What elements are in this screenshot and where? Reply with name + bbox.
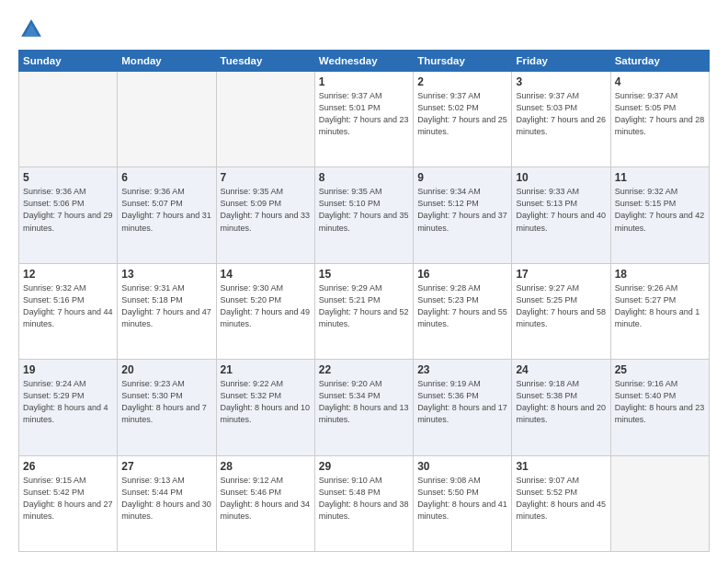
day-info: Sunrise: 9:27 AMSunset: 5:25 PMDaylight:… <box>516 282 606 330</box>
day-info: Sunrise: 9:18 AMSunset: 5:38 PMDaylight:… <box>516 378 606 426</box>
calendar-cell: 23Sunrise: 9:19 AMSunset: 5:36 PMDayligh… <box>414 360 512 455</box>
day-header-monday: Monday <box>118 51 216 72</box>
calendar-cell: 25Sunrise: 9:16 AMSunset: 5:40 PMDayligh… <box>610 360 709 455</box>
day-number: 12 <box>23 268 113 281</box>
calendar-cell <box>19 72 118 167</box>
day-number: 15 <box>319 268 409 281</box>
calendar-cell: 11Sunrise: 9:32 AMSunset: 5:15 PMDayligh… <box>610 167 709 263</box>
day-number: 8 <box>319 171 409 184</box>
calendar-cell: 26Sunrise: 9:15 AMSunset: 5:42 PMDayligh… <box>19 455 118 551</box>
day-header-thursday: Thursday <box>414 51 512 72</box>
calendar-cell: 28Sunrise: 9:12 AMSunset: 5:46 PMDayligh… <box>216 455 314 551</box>
calendar-cell: 18Sunrise: 9:26 AMSunset: 5:27 PMDayligh… <box>610 263 709 359</box>
calendar-cell: 14Sunrise: 9:30 AMSunset: 5:20 PMDayligh… <box>216 263 314 359</box>
day-info: Sunrise: 9:36 AMSunset: 5:06 PMDaylight:… <box>23 186 113 234</box>
day-info: Sunrise: 9:31 AMSunset: 5:18 PMDaylight:… <box>121 282 211 330</box>
day-number: 6 <box>121 171 211 184</box>
day-info: Sunrise: 9:10 AMSunset: 5:48 PMDaylight:… <box>319 475 409 523</box>
calendar-cell <box>610 455 709 551</box>
day-info: Sunrise: 9:36 AMSunset: 5:07 PMDaylight:… <box>121 186 211 234</box>
page: SundayMondayTuesdayWednesdayThursdayFrid… <box>0 0 728 563</box>
calendar-cell: 13Sunrise: 9:31 AMSunset: 5:18 PMDayligh… <box>118 263 216 359</box>
day-number: 24 <box>516 363 606 376</box>
calendar-cell: 7Sunrise: 9:35 AMSunset: 5:09 PMDaylight… <box>216 167 314 263</box>
day-info: Sunrise: 9:13 AMSunset: 5:44 PMDaylight:… <box>121 475 211 523</box>
calendar-cell: 3Sunrise: 9:37 AMSunset: 5:03 PMDaylight… <box>512 72 610 167</box>
calendar-cell: 9Sunrise: 9:34 AMSunset: 5:12 PMDaylight… <box>414 167 512 263</box>
day-number: 17 <box>516 268 606 281</box>
day-number: 4 <box>615 75 705 88</box>
day-info: Sunrise: 9:32 AMSunset: 5:15 PMDaylight:… <box>615 186 705 234</box>
day-number: 9 <box>417 171 507 184</box>
calendar-cell: 20Sunrise: 9:23 AMSunset: 5:30 PMDayligh… <box>118 360 216 455</box>
calendar-cell <box>216 72 314 167</box>
calendar-cell: 2Sunrise: 9:37 AMSunset: 5:02 PMDaylight… <box>414 72 512 167</box>
day-number: 25 <box>615 363 705 376</box>
calendar-cell: 12Sunrise: 9:32 AMSunset: 5:16 PMDayligh… <box>19 263 118 359</box>
day-info: Sunrise: 9:35 AMSunset: 5:10 PMDaylight:… <box>319 186 409 234</box>
calendar-cell <box>118 72 216 167</box>
day-number: 22 <box>319 363 409 376</box>
day-info: Sunrise: 9:08 AMSunset: 5:50 PMDaylight:… <box>417 475 507 523</box>
calendar-cell: 31Sunrise: 9:07 AMSunset: 5:52 PMDayligh… <box>512 455 610 551</box>
day-info: Sunrise: 9:20 AMSunset: 5:34 PMDaylight:… <box>319 378 409 426</box>
top-section <box>18 17 710 42</box>
logo-icon <box>18 17 44 42</box>
day-info: Sunrise: 9:35 AMSunset: 5:09 PMDaylight:… <box>221 186 311 234</box>
day-header-tuesday: Tuesday <box>216 51 314 72</box>
calendar-cell: 29Sunrise: 9:10 AMSunset: 5:48 PMDayligh… <box>314 455 413 551</box>
day-number: 2 <box>417 75 507 88</box>
day-number: 29 <box>319 460 409 473</box>
day-info: Sunrise: 9:37 AMSunset: 5:02 PMDaylight:… <box>417 90 507 138</box>
week-row-5: 26Sunrise: 9:15 AMSunset: 5:42 PMDayligh… <box>19 455 710 551</box>
day-number: 27 <box>121 460 211 473</box>
day-number: 28 <box>221 460 311 473</box>
calendar-cell: 17Sunrise: 9:27 AMSunset: 5:25 PMDayligh… <box>512 263 610 359</box>
day-header-saturday: Saturday <box>610 51 709 72</box>
day-number: 10 <box>516 171 606 184</box>
day-number: 1 <box>319 75 409 88</box>
calendar-header-row: SundayMondayTuesdayWednesdayThursdayFrid… <box>19 51 710 72</box>
calendar-cell: 1Sunrise: 9:37 AMSunset: 5:01 PMDaylight… <box>314 72 413 167</box>
day-info: Sunrise: 9:32 AMSunset: 5:16 PMDaylight:… <box>23 282 113 330</box>
day-number: 21 <box>221 363 311 376</box>
calendar-cell: 19Sunrise: 9:24 AMSunset: 5:29 PMDayligh… <box>19 360 118 455</box>
day-number: 23 <box>417 363 507 376</box>
calendar-cell: 30Sunrise: 9:08 AMSunset: 5:50 PMDayligh… <box>414 455 512 551</box>
day-info: Sunrise: 9:07 AMSunset: 5:52 PMDaylight:… <box>516 475 606 523</box>
day-info: Sunrise: 9:37 AMSunset: 5:01 PMDaylight:… <box>319 90 409 138</box>
day-number: 26 <box>23 460 113 473</box>
day-number: 3 <box>516 75 606 88</box>
calendar-body: 1Sunrise: 9:37 AMSunset: 5:01 PMDaylight… <box>19 72 710 552</box>
day-number: 19 <box>23 363 113 376</box>
calendar-cell: 4Sunrise: 9:37 AMSunset: 5:05 PMDaylight… <box>610 72 709 167</box>
calendar-cell: 24Sunrise: 9:18 AMSunset: 5:38 PMDayligh… <box>512 360 610 455</box>
day-info: Sunrise: 9:34 AMSunset: 5:12 PMDaylight:… <box>417 186 507 234</box>
day-info: Sunrise: 9:26 AMSunset: 5:27 PMDaylight:… <box>615 282 705 330</box>
day-header-wednesday: Wednesday <box>314 51 413 72</box>
day-info: Sunrise: 9:37 AMSunset: 5:05 PMDaylight:… <box>615 90 705 138</box>
day-info: Sunrise: 9:24 AMSunset: 5:29 PMDaylight:… <box>23 378 113 426</box>
day-number: 20 <box>121 363 211 376</box>
day-header-friday: Friday <box>512 51 610 72</box>
calendar-cell: 21Sunrise: 9:22 AMSunset: 5:32 PMDayligh… <box>216 360 314 455</box>
week-row-3: 12Sunrise: 9:32 AMSunset: 5:16 PMDayligh… <box>19 263 710 359</box>
calendar-cell: 10Sunrise: 9:33 AMSunset: 5:13 PMDayligh… <box>512 167 610 263</box>
day-number: 7 <box>221 171 311 184</box>
calendar-cell: 8Sunrise: 9:35 AMSunset: 5:10 PMDaylight… <box>314 167 413 263</box>
calendar-cell: 16Sunrise: 9:28 AMSunset: 5:23 PMDayligh… <box>414 263 512 359</box>
day-info: Sunrise: 9:33 AMSunset: 5:13 PMDaylight:… <box>516 186 606 234</box>
day-info: Sunrise: 9:28 AMSunset: 5:23 PMDaylight:… <box>417 282 507 330</box>
day-number: 30 <box>417 460 507 473</box>
day-info: Sunrise: 9:16 AMSunset: 5:40 PMDaylight:… <box>615 378 705 426</box>
day-number: 14 <box>221 268 311 281</box>
calendar-cell: 6Sunrise: 9:36 AMSunset: 5:07 PMDaylight… <box>118 167 216 263</box>
day-info: Sunrise: 9:37 AMSunset: 5:03 PMDaylight:… <box>516 90 606 138</box>
day-info: Sunrise: 9:15 AMSunset: 5:42 PMDaylight:… <box>23 475 113 523</box>
logo <box>18 17 48 42</box>
day-number: 11 <box>615 171 705 184</box>
day-info: Sunrise: 9:19 AMSunset: 5:36 PMDaylight:… <box>417 378 507 426</box>
calendar-cell: 15Sunrise: 9:29 AMSunset: 5:21 PMDayligh… <box>314 263 413 359</box>
week-row-2: 5Sunrise: 9:36 AMSunset: 5:06 PMDaylight… <box>19 167 710 263</box>
calendar-cell: 5Sunrise: 9:36 AMSunset: 5:06 PMDaylight… <box>19 167 118 263</box>
